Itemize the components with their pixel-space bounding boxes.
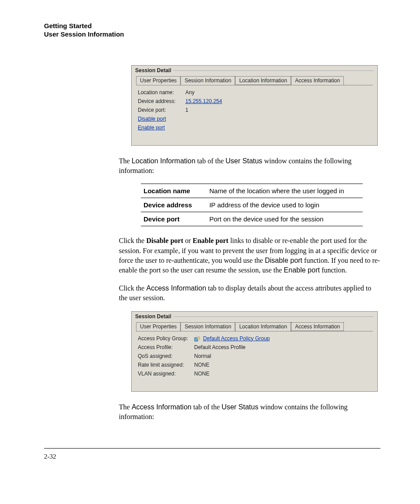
tab-session-information[interactable]: Session Information (181, 322, 235, 331)
page-header: Getting Started User Session Information (44, 22, 380, 39)
def-term: Device port (141, 212, 206, 226)
table-row: Location name Name of the location where… (141, 184, 363, 198)
label-location-name: Location name: (138, 88, 185, 96)
def-term: Device address (141, 198, 206, 212)
value-location-name: Any (185, 88, 195, 96)
value-access-profile: Default Access Profile (194, 343, 246, 351)
value-access-policy-group[interactable]: Default Access Policy Group (203, 335, 269, 342)
paragraph-access-click: Click the Access Information tab to disp… (119, 283, 380, 303)
field-vlan-assigned: VLAN assigned: NONE (132, 369, 377, 378)
tab-location-information[interactable]: Location Information (235, 322, 291, 331)
field-device-address: Device address: 15.255.120.254 (132, 97, 377, 106)
def-desc: IP address of the device used to login (206, 198, 363, 212)
field-location-name: Location name: Any (132, 88, 377, 97)
disable-port-link-row: Disable port (132, 114, 377, 123)
def-desc: Name of the location where the user logg… (206, 184, 363, 198)
header-line1: Getting Started (44, 22, 380, 30)
field-rate-limit: Rate limit assigned: NONE (132, 361, 377, 369)
label-qos-assigned: QoS assigned: (138, 352, 194, 360)
definitions-table: Location name Name of the location where… (141, 184, 363, 226)
table-row: Device port Port on the device used for … (141, 212, 363, 226)
tab-access-information[interactable]: Access Information (291, 76, 344, 85)
label-device-port: Device port: (138, 106, 185, 114)
policy-group-icon (194, 336, 200, 341)
footer: 2-32 (44, 448, 380, 460)
label-access-policy-group: Access Policy Group: (138, 335, 194, 342)
panel-title: Session Detail (132, 312, 377, 320)
def-desc: Port on the device used for the session (206, 212, 363, 226)
field-access-policy-group: Access Policy Group: Default Access Poli… (132, 334, 377, 343)
tab-access-information[interactable]: Access Information (291, 322, 344, 331)
header-line2: User Session Information (44, 30, 380, 39)
page-number: 2-32 (44, 453, 380, 460)
tab-user-properties[interactable]: User Properties (136, 76, 181, 85)
field-qos-assigned: QoS assigned: Normal (132, 352, 377, 361)
tab-bar: User Properties Session Information Loca… (136, 76, 377, 85)
tab-bar: User Properties Session Information Loca… (136, 322, 377, 331)
label-vlan-assigned: VLAN assigned: (138, 370, 194, 378)
value-device-port: 1 (185, 106, 188, 114)
panel-title: Session Detail (132, 66, 377, 74)
table-row: Device address IP address of the device … (141, 198, 363, 212)
paragraph-access-info: The Access Information tab of the User S… (119, 402, 380, 422)
enable-port-link-row: Enable port (132, 123, 377, 132)
tab-session-information[interactable]: Session Information (181, 76, 235, 85)
screenshot-location-info: Session Detail User Properties Session I… (131, 65, 378, 146)
value-rate-limit: NONE (194, 361, 210, 369)
paragraph-port-links: Click the Disable port or Enable port li… (119, 236, 380, 276)
main-content: Session Detail User Properties Session I… (119, 65, 380, 422)
field-access-profile: Access Profile: Default Access Profile (132, 343, 377, 352)
field-device-port: Device port: 1 (132, 106, 377, 114)
label-access-profile: Access Profile: (138, 343, 194, 351)
tab-user-properties[interactable]: User Properties (136, 322, 181, 331)
value-qos-assigned: Normal (194, 352, 211, 360)
footer-rule (44, 448, 380, 449)
disable-port-link[interactable]: Disable port (138, 116, 166, 122)
screenshot-access-info: Session Detail User Properties Session I… (131, 311, 378, 392)
label-device-address: Device address: (138, 97, 185, 105)
def-term: Location name (141, 184, 206, 198)
value-device-address[interactable]: 15.255.120.254 (185, 97, 222, 105)
paragraph-location-info: The Location Information tab of the User… (119, 156, 380, 176)
label-rate-limit: Rate limit assigned: (138, 361, 194, 369)
enable-port-link[interactable]: Enable port (138, 125, 165, 131)
value-vlan-assigned: NONE (194, 370, 210, 378)
tab-location-information[interactable]: Location Information (235, 76, 291, 85)
svg-point-1 (197, 337, 200, 339)
